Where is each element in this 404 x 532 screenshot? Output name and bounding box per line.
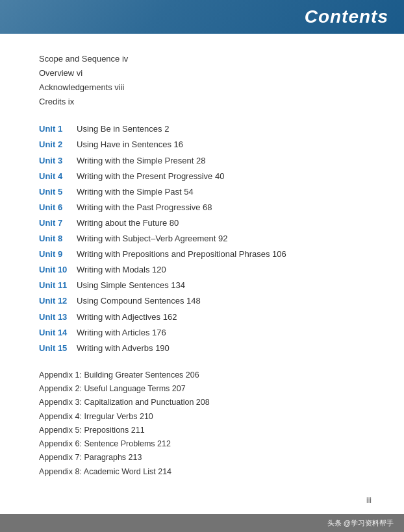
unit-description: Writing with Articles 176 bbox=[77, 326, 166, 340]
unit-label: Unit 2 bbox=[39, 138, 77, 152]
unit-label: Unit 13 bbox=[39, 310, 77, 324]
unit-description: Using Be in Sentences 2 bbox=[77, 122, 169, 136]
page-number: iii bbox=[366, 496, 372, 505]
unit-row: Unit 10Writing with Modals 120 bbox=[39, 263, 365, 277]
unit-description: Writing with Subject–Verb Agreement 92 bbox=[77, 232, 227, 246]
unit-label: Unit 11 bbox=[39, 278, 77, 293]
unit-description: Using Compound Sentences 148 bbox=[77, 294, 201, 308]
unit-row: Unit 1Using Be in Sentences 2 bbox=[39, 122, 365, 136]
unit-description: Writing about the Future 80 bbox=[77, 216, 179, 230]
unit-description: Writing with Adverbs 190 bbox=[77, 341, 170, 356]
unit-row: Unit 11Using Simple Sentences 134 bbox=[39, 278, 365, 293]
unit-row: Unit 13Writing with Adjectives 162 bbox=[39, 310, 365, 324]
appendix-item: Appendix 3: Capitalization and Punctuati… bbox=[39, 396, 365, 409]
unit-row: Unit 15Writing with Adverbs 190 bbox=[39, 341, 365, 356]
appendix-item: Appendix 6: Sentence Problems 212 bbox=[39, 437, 365, 451]
unit-label: Unit 14 bbox=[39, 326, 77, 340]
unit-row: Unit 14Writing with Articles 176 bbox=[39, 326, 365, 340]
unit-label: Unit 8 bbox=[39, 232, 77, 246]
unit-label: Unit 12 bbox=[39, 294, 77, 308]
unit-description: Writing with the Present Progressive 40 bbox=[77, 169, 224, 184]
prelim-item: Scope and Sequence iv bbox=[39, 52, 365, 66]
appendix-item: Appendix 1: Building Greater Sentences 2… bbox=[39, 369, 365, 382]
page-title: Contents bbox=[305, 6, 388, 27]
unit-description: Writing with the Simple Past 54 bbox=[77, 185, 194, 199]
appendix-item: Appendix 5: Prepositions 211 bbox=[39, 424, 365, 437]
unit-label: Unit 7 bbox=[39, 216, 77, 230]
header-banner: Contents bbox=[0, 0, 404, 34]
unit-label: Unit 5 bbox=[39, 185, 77, 199]
unit-description: Using Have in Sentences 16 bbox=[77, 138, 183, 152]
unit-row: Unit 3Writing with the Simple Present 28 bbox=[39, 154, 365, 168]
watermark-bar: 头条 @学习资料帮手 bbox=[0, 514, 404, 532]
unit-description: Writing with Prepositions and Prepositio… bbox=[77, 247, 286, 261]
prelim-item: Credits ix bbox=[39, 95, 365, 109]
appendix-item: Appendix 7: Paragraphs 213 bbox=[39, 451, 365, 465]
unit-row: Unit 12Using Compound Sentences 148 bbox=[39, 294, 365, 308]
unit-row: Unit 4Writing with the Present Progressi… bbox=[39, 169, 365, 184]
unit-row: Unit 9Writing with Prepositions and Prep… bbox=[39, 247, 365, 261]
unit-description: Using Simple Sentences 134 bbox=[77, 278, 185, 293]
unit-description: Writing with the Simple Present 28 bbox=[77, 154, 205, 168]
appendix-section: Appendix 1: Building Greater Sentences 2… bbox=[39, 369, 365, 479]
unit-row: Unit 8Writing with Subject–Verb Agreemen… bbox=[39, 232, 365, 246]
appendix-item: Appendix 8: Academic Word List 214 bbox=[39, 465, 365, 479]
appendix-item: Appendix 2: Useful Language Terms 207 bbox=[39, 382, 365, 396]
watermark-text: 头条 @学习资料帮手 bbox=[327, 518, 394, 528]
prelim-item: Acknowledgements viii bbox=[39, 80, 365, 95]
prelim-item: Overview vi bbox=[39, 66, 365, 80]
unit-list: Unit 1Using Be in Sentences 2Unit 2Using… bbox=[39, 122, 365, 355]
unit-label: Unit 3 bbox=[39, 154, 77, 168]
unit-row: Unit 7Writing about the Future 80 bbox=[39, 216, 365, 230]
unit-label: Unit 15 bbox=[39, 341, 77, 356]
unit-description: Writing with the Past Progressive 68 bbox=[77, 200, 212, 215]
unit-row: Unit 2Using Have in Sentences 16 bbox=[39, 138, 365, 152]
unit-label: Unit 6 bbox=[39, 200, 77, 215]
appendix-item: Appendix 4: Irregular Verbs 210 bbox=[39, 410, 365, 424]
unit-label: Unit 10 bbox=[39, 263, 77, 277]
unit-description: Writing with Modals 120 bbox=[77, 263, 166, 277]
page: Contents Scope and Sequence ivOverview v… bbox=[0, 0, 404, 532]
unit-description: Writing with Adjectives 162 bbox=[77, 310, 177, 324]
unit-label: Unit 1 bbox=[39, 122, 77, 136]
unit-label: Unit 4 bbox=[39, 169, 77, 184]
unit-row: Unit 5Writing with the Simple Past 54 bbox=[39, 185, 365, 199]
unit-row: Unit 6Writing with the Past Progressive … bbox=[39, 200, 365, 215]
unit-label: Unit 9 bbox=[39, 247, 77, 261]
prelim-section: Scope and Sequence ivOverview viAcknowle… bbox=[39, 52, 365, 109]
content-area: Scope and Sequence ivOverview viAcknowle… bbox=[0, 34, 404, 492]
